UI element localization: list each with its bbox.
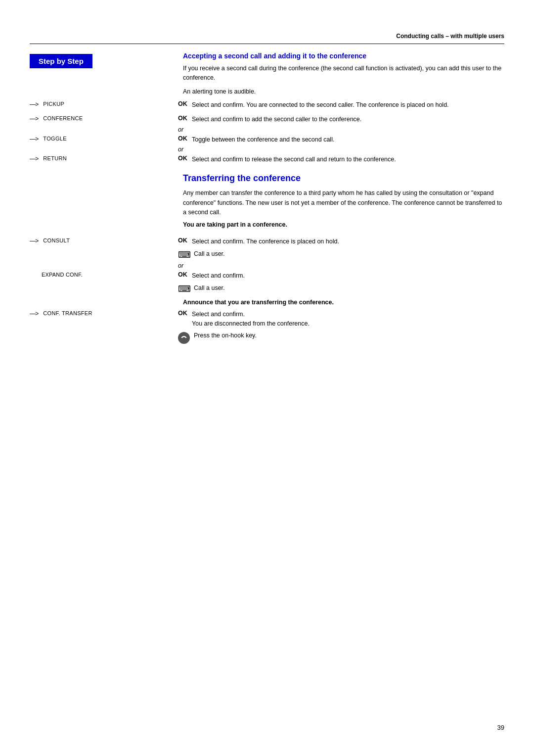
menu-conference: CONFERENCE <box>43 115 83 121</box>
desc-pickup: Select and confirm. You are connected to… <box>192 100 449 110</box>
section1-intro1: If you receive a second call during the … <box>183 64 504 83</box>
header-rule <box>30 44 504 44</box>
step-left-pickup: ––> Pickup <box>30 100 178 108</box>
step-left-keypad1 <box>30 249 178 250</box>
step-row-toggle: ––> TOGGLE OK Toggle between the confere… <box>0 135 534 144</box>
or-row-3: or <box>0 262 534 269</box>
ok-pickup: OK <box>178 100 189 107</box>
step-right-consult: OK Select and confirm. The conference is… <box>178 237 504 246</box>
desc-expand: Select and confirm. <box>192 271 245 281</box>
step-right-conference: OK Select and confirm to add the second … <box>178 115 504 124</box>
onhook-svg <box>180 335 187 340</box>
keypad-icon-2: ⌨ <box>178 284 191 294</box>
step-row-conf-transfer: ––> CONF. TRANSFER OK Select and confirm… <box>0 310 534 329</box>
section2-left <box>30 173 178 232</box>
step-right-return: OK Select and confirm to release the sec… <box>178 155 504 164</box>
step-by-step-badge: Step by Step <box>30 54 92 68</box>
step-row-expand: EXPAND CONF. OK Select and confirm. <box>0 271 534 281</box>
ok-return: OK <box>178 155 189 162</box>
keypad-icon-1: ⌨ <box>178 249 191 260</box>
step-right-expand: OK Select and confirm. <box>178 271 504 281</box>
step-left-expand: EXPAND CONF. <box>30 271 178 278</box>
step-right-keypad1: ⌨ Call a user. <box>178 249 504 260</box>
or-label-3: or <box>178 262 183 269</box>
menu-pickup: Pickup <box>43 101 64 107</box>
page: Conducting calls – with multiple users S… <box>0 0 534 756</box>
page-number: 39 <box>497 724 504 731</box>
desc-keypad2: Call a user. <box>194 284 225 293</box>
step-left-toggle: ––> TOGGLE <box>30 135 178 142</box>
ok-toggle: OK <box>178 135 189 142</box>
step-right-conf-transfer: OK Select and confirm.You are disconnect… <box>178 310 504 329</box>
arrow-consult: ––> <box>30 237 38 244</box>
section1-intro2: An alerting tone is audible. <box>183 87 504 96</box>
announce-left <box>30 298 178 306</box>
step-row-keypad1: ⌨ Call a user. <box>0 249 534 260</box>
ok-conference: OK <box>178 115 189 122</box>
step-row-onhook: Press the on-hook key. <box>0 331 534 343</box>
section2-intro: Any member can transfer the conference t… <box>183 189 504 217</box>
arrow-pickup: ––> <box>30 101 38 108</box>
step-row-pickup: ––> Pickup OK Select and confirm. You ar… <box>0 100 534 110</box>
or-row-1: or <box>0 126 534 133</box>
step-left-keypad2 <box>30 284 178 284</box>
step-left-onhook <box>30 331 178 331</box>
step-right-onhook: Press the on-hook key. <box>178 331 504 343</box>
step-left-conference: ––> CONFERENCE <box>30 115 178 122</box>
step-row-consult: ––> CONSULT OK Select and confirm. The c… <box>0 237 534 246</box>
announce-row: Announce that you are transferring the c… <box>0 298 534 306</box>
step-row-return: ––> RETURN OK Select and confirm to rele… <box>0 155 534 164</box>
step-left-return: ––> RETURN <box>30 155 178 162</box>
or-label-1: or <box>178 126 183 133</box>
step-left-conf-transfer: ––> CONF. TRANSFER <box>30 310 178 317</box>
desc-conf-transfer: Select and confirm.You are disconnected … <box>192 310 310 329</box>
right-column: Accepting a second call and adding it to… <box>178 52 504 100</box>
step-row-keypad2: ⌨ Call a user. <box>0 284 534 294</box>
arrow-return: ––> <box>30 155 38 162</box>
section2-header-row: Transferring the conference Any member c… <box>0 173 534 232</box>
desc-consult: Select and confirm. The conference is pl… <box>192 237 339 246</box>
arrow-conference: ––> <box>30 115 38 122</box>
menu-conf-transfer: CONF. TRANSFER <box>43 310 92 316</box>
menu-consult: CONSULT <box>43 237 70 243</box>
section2-title: Transferring the conference <box>183 173 504 184</box>
step-right-toggle: OK Toggle between the conference and the… <box>178 135 504 144</box>
arrow-conf-transfer: ––> <box>30 310 38 317</box>
header-line: Conducting calls – with multiple users <box>0 30 534 44</box>
step-right-pickup: OK Select and confirm. You are connected… <box>178 100 504 110</box>
header-title: Conducting calls – with multiple users <box>396 33 504 40</box>
desc-toggle: Toggle between the conference and the se… <box>192 135 334 144</box>
announce-right: Announce that you are transferring the c… <box>178 298 504 306</box>
desc-onhook: Press the on-hook key. <box>194 331 257 340</box>
onhook-icon <box>178 332 190 344</box>
step-row-conference: ––> CONFERENCE OK Select and confirm to … <box>0 115 534 124</box>
section2-right-header: Transferring the conference Any member c… <box>178 173 504 232</box>
step-left-consult: ––> CONSULT <box>30 237 178 244</box>
menu-toggle: TOGGLE <box>43 136 66 142</box>
desc-conference: Select and confirm to add the second cal… <box>192 115 361 124</box>
or-label-2: or <box>178 146 183 153</box>
ok-conf-transfer: OK <box>178 310 189 317</box>
left-column: Step by Step <box>30 52 178 100</box>
desc-return: Select and confirm to release the second… <box>192 155 396 164</box>
step-right-keypad2: ⌨ Call a user. <box>178 284 504 294</box>
menu-expand: EXPAND CONF. <box>30 272 83 278</box>
section1-title: Accepting a second call and adding it to… <box>183 52 504 60</box>
ok-consult: OK <box>178 237 189 244</box>
section2-prereq: You are taking part in a conference. <box>183 221 504 228</box>
desc-keypad1: Call a user. <box>194 249 225 259</box>
arrow-toggle: ––> <box>30 136 38 142</box>
menu-return: RETURN <box>43 155 67 161</box>
ok-expand: OK <box>178 271 189 278</box>
or-row-2: or <box>0 146 534 153</box>
announce-label: Announce that you are transferring the c… <box>183 299 334 306</box>
